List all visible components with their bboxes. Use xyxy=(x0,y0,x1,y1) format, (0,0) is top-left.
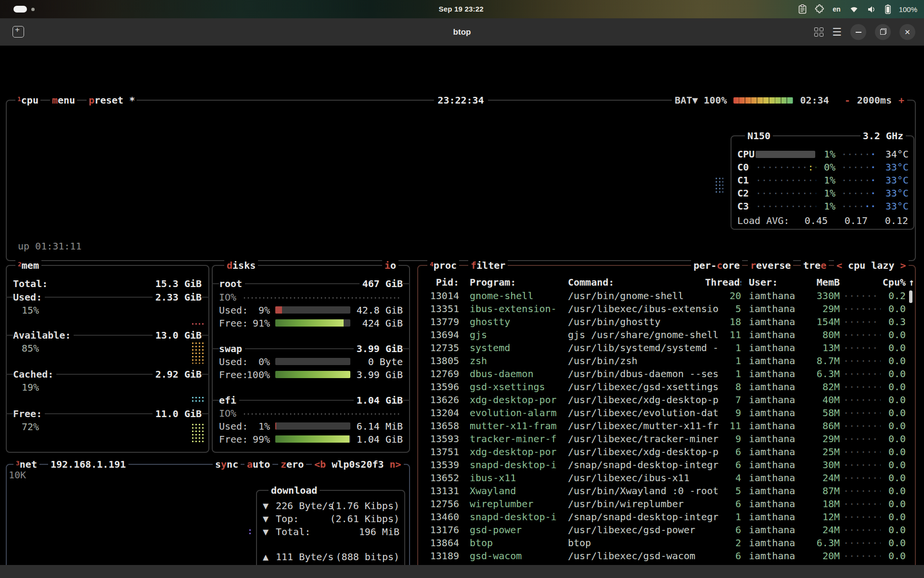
cpu-history-dots: ······ ··· xyxy=(843,315,881,328)
cpu-total-row: CPU 1% ········· 34°C xyxy=(732,148,913,161)
proc-column-headers: Pid: Program: Command: Threads: User: Me… xyxy=(424,276,911,289)
tab-overview-icon[interactable] xyxy=(814,27,823,37)
cpu-history-dots: ········· xyxy=(843,511,881,524)
cpu-history-dots: ········ · xyxy=(843,537,881,550)
process-row[interactable]: 13596 gsd-xsettings /usr/libexec/gsd-xse… xyxy=(424,381,911,394)
workspace-dot xyxy=(31,8,35,11)
auto-toggle[interactable]: auto xyxy=(244,458,272,471)
mem-entry: Available: 13.0 GiB 85% xyxy=(7,329,208,367)
workspace-indicator[interactable] xyxy=(13,6,35,13)
process-row[interactable]: 13779 ghostty /usr/bin/ghostty 18 iamtha… xyxy=(424,315,911,328)
interface-switcher[interactable]: <b wlp0s20f3 n> xyxy=(312,458,404,471)
process-row[interactable]: 12769 dbus-daemon /usr/bin/dbus-daemon -… xyxy=(424,368,911,381)
process-row[interactable]: 13460 snapd-desktop-i /snap/snapd-deskto… xyxy=(424,511,911,524)
cpu-box-title[interactable]: 1cpu xyxy=(15,94,40,108)
filter-button[interactable]: filter xyxy=(468,259,508,272)
download-stat-row: ▼ Total: 196 MiB xyxy=(263,525,399,539)
battery-percentage: 100% xyxy=(899,5,917,13)
mem-usage-dots xyxy=(191,396,205,403)
mem-total-label: Total: xyxy=(13,277,48,290)
cpu-detail-panel: N150 3.2 GHz CPU 1% ········· 34°C C0 ··… xyxy=(731,135,914,230)
core-temp-graph: ········· xyxy=(841,161,875,174)
process-row[interactable]: 13593 tracker-miner-f /usr/libexec/track… xyxy=(424,433,911,446)
extensions-icon[interactable] xyxy=(815,4,824,14)
tree-toggle[interactable]: tree xyxy=(801,259,829,272)
scrollbar-thumb[interactable] xyxy=(909,290,912,303)
process-row[interactable]: 13658 mutter-x11-fram /usr/libexec/mutte… xyxy=(424,420,911,433)
sync-toggle[interactable]: sync xyxy=(213,458,241,471)
mem-usage-dots xyxy=(191,342,205,364)
used-meter xyxy=(275,358,350,365)
sort-direction-icon[interactable]: ↑ xyxy=(909,276,918,289)
process-row[interactable]: 12756 wireplumber /usr/bin/wireplumber 6… xyxy=(424,498,911,511)
wifi-icon[interactable] xyxy=(849,5,859,13)
io-mode-toggle[interactable]: io xyxy=(382,259,398,272)
clipboard-icon[interactable] xyxy=(798,4,807,14)
cpu-graph-dots xyxy=(715,177,723,194)
process-row[interactable]: 13864 btop btop 2 iamthana 6.3M ········… xyxy=(424,537,911,550)
restore-button[interactable] xyxy=(875,24,891,40)
reverse-toggle[interactable]: reverse xyxy=(748,259,793,272)
process-row[interactable]: 13539 snapd-desktop-i /snap/snapd-deskto… xyxy=(424,459,911,472)
keyboard-layout-indicator[interactable]: en xyxy=(833,5,840,13)
core-row: C1 ············ 1% ········· 33°C xyxy=(732,174,913,187)
cpu-history-dots: ······ ··· xyxy=(843,289,881,302)
net-graph-dots xyxy=(248,528,253,536)
interval-minus-button[interactable]: - xyxy=(845,94,850,107)
disks-box-title[interactable]: disks xyxy=(224,259,258,272)
process-row[interactable]: 13131 Xwayland /usr/bin/Xwayland :0 -roo… xyxy=(424,485,911,498)
ip-address: 192.168.1.191 xyxy=(48,458,128,471)
battery-status: BAT▼ 100% xyxy=(675,94,727,107)
process-row[interactable]: 13694 gjs gjs /usr/share/gnome-shell 11 … xyxy=(424,328,911,342)
clock[interactable]: Sep 19 23:22 xyxy=(438,0,483,18)
mem-box-title[interactable]: 2mem xyxy=(15,259,41,273)
used-meter xyxy=(275,306,350,314)
cpu-history-dots: ········· xyxy=(843,381,881,394)
mem-usage-dots xyxy=(191,322,205,326)
down-arrow-icon: ▼ xyxy=(263,499,269,512)
menu-icon[interactable]: ☰ xyxy=(832,27,842,38)
mem-entry: Cached: 2.92 GiB 19% xyxy=(7,368,208,406)
new-tab-icon[interactable] xyxy=(13,26,24,38)
screen: Sep 19 23:22 en 100% btop xyxy=(0,0,924,578)
core-temp-graph: ········· xyxy=(841,187,875,200)
workspace-pill-active xyxy=(13,6,27,13)
process-row[interactable]: 13805 zsh /usr/bin/zsh 1 iamthana 8.7M ·… xyxy=(424,355,911,368)
process-row[interactable]: 13751 xdg-desktop-por /usr/libexec/xdg-d… xyxy=(424,446,911,459)
process-row[interactable]: 12735 systemd /usr/lib/systemd/systemd -… xyxy=(424,342,911,355)
cpu-history-dots: ········· xyxy=(843,459,881,472)
cpu-history-dots: ········· xyxy=(843,420,881,433)
interval-plus-button[interactable]: + xyxy=(898,94,904,107)
io-activity-graph xyxy=(243,413,401,415)
minimize-button[interactable] xyxy=(850,24,866,40)
upload-stat-row: ▲ 111 Byte/s (888 bitps) xyxy=(263,551,399,564)
cpu-history-dots: ········ xyxy=(843,355,881,368)
cpu-history-dots: ······ ·· xyxy=(843,342,881,355)
cpu-history-dots: ········ xyxy=(843,368,881,381)
proc-box-title[interactable]: 4proc xyxy=(427,259,459,273)
download-stat-row: ▼ Top: (2.61 Kibps) xyxy=(263,512,399,525)
preset-button[interactable]: preset * xyxy=(87,94,137,108)
sort-selector[interactable]: < cpu lazy > xyxy=(834,259,909,272)
process-row[interactable]: 13351 ibus-extension- /usr/libexec/ibus-… xyxy=(424,302,911,315)
core-row: C2 ············ 1% ········· 33°C xyxy=(732,187,913,200)
process-row[interactable]: 13652 ibus-x11 /usr/libexec/ibus-x11 4 i… xyxy=(424,472,911,485)
btop-clock: 23:22:34 xyxy=(434,94,488,107)
per-core-toggle[interactable]: per-core xyxy=(691,259,742,272)
process-list: 13014 gnome-shell /usr/bin/gnome-shell 2… xyxy=(424,289,911,578)
process-row[interactable]: 13189 gsd-wacom /usr/libexec/gsd-wacom 6… xyxy=(424,550,911,563)
uptime-label: up 01:31:11 xyxy=(18,240,81,253)
btop-terminal: 1cpu menu preset * 23:22:34 BAT▼ 100% 02… xyxy=(0,46,924,565)
zero-toggle[interactable]: zero xyxy=(278,458,306,471)
battery-icon[interactable] xyxy=(885,4,891,14)
process-row[interactable]: 13014 gnome-shell /usr/bin/gnome-shell 2… xyxy=(424,289,911,302)
menu-button[interactable]: menu xyxy=(50,94,77,108)
process-row[interactable]: 13176 gsd-power /usr/libexec/gsd-power 6… xyxy=(424,524,911,537)
status-area[interactable]: en 100% xyxy=(798,0,917,18)
cpu-history-dots: ········· xyxy=(843,472,881,485)
process-row[interactable]: 13626 xdg-desktop-por /usr/libexec/xdg-d… xyxy=(424,394,911,407)
process-row[interactable]: 13204 evolution-alarm /usr/libexec/evolu… xyxy=(424,407,911,420)
cpu-history-dots: ·········· xyxy=(843,485,881,498)
volume-icon[interactable] xyxy=(867,5,877,13)
close-button[interactable]: ✕ xyxy=(899,24,915,40)
